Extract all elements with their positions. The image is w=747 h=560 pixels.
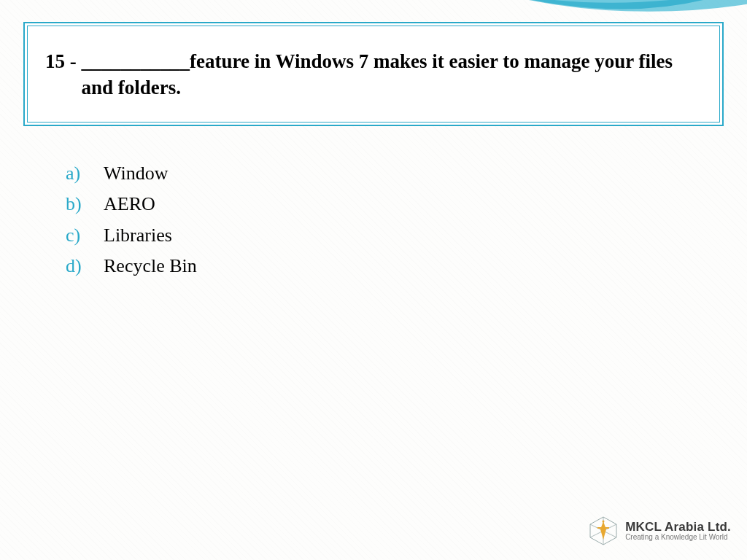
option-c[interactable]: c) Libraries xyxy=(66,221,197,250)
option-text: Window xyxy=(104,159,169,188)
company-text: MKCL Arabia Ltd. Creating a Knowledge Li… xyxy=(625,521,731,541)
option-d[interactable]: d) Recycle Bin xyxy=(66,252,197,281)
company-name: MKCL Arabia Ltd. xyxy=(625,521,731,534)
svg-marker-4 xyxy=(600,521,606,540)
option-b[interactable]: b) AERO xyxy=(66,190,197,219)
question-number: 15 - xyxy=(45,48,82,101)
option-text: Recycle Bin xyxy=(104,252,197,281)
option-text: Libraries xyxy=(104,221,172,250)
company-tagline: Creating a Knowledge Lit World xyxy=(625,534,731,542)
option-text: AERO xyxy=(104,190,155,219)
option-letter: b) xyxy=(66,190,104,219)
options-list: a) Window b) AERO c) Libraries d) Recycl… xyxy=(66,159,197,282)
option-letter: d) xyxy=(66,252,104,281)
question-body: ___________feature in Windows 7 makes it… xyxy=(82,48,703,101)
footer-branding: MKCL Arabia Ltd. Creating a Knowledge Li… xyxy=(587,515,731,547)
company-logo-icon xyxy=(587,515,619,547)
svg-point-6 xyxy=(603,521,605,523)
option-a[interactable]: a) Window xyxy=(66,159,197,188)
question-frame: 15 - ___________feature in Windows 7 mak… xyxy=(23,22,724,126)
option-letter: a) xyxy=(66,159,104,188)
question-box: 15 - ___________feature in Windows 7 mak… xyxy=(27,26,720,122)
question-text: 15 - ___________feature in Windows 7 mak… xyxy=(45,48,702,101)
option-letter: c) xyxy=(66,221,104,250)
